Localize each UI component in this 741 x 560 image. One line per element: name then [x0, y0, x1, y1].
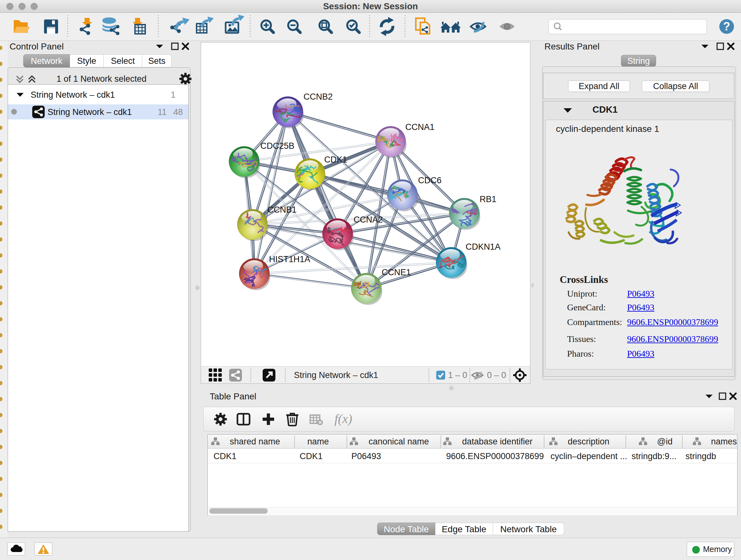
svg-text:String Network – cdk1: String Network – cdk1 [48, 107, 132, 117]
svg-text:name: name [307, 437, 329, 446]
svg-text:CDK1: CDK1 [324, 155, 347, 165]
svg-text:11: 11 [158, 107, 166, 117]
svg-text:CDC6: CDC6 [418, 176, 442, 185]
svg-text:48: 48 [173, 107, 183, 117]
svg-text:shared name: shared name [230, 437, 280, 446]
svg-text:1 – 0: 1 – 0 [448, 370, 467, 380]
svg-text:canonical name: canonical name [368, 437, 429, 446]
svg-text:0 – 0: 0 – 0 [487, 370, 506, 380]
svg-text:1: 1 [171, 90, 176, 100]
svg-text:CCNB1: CCNB1 [267, 205, 297, 214]
svg-text:CCNE1: CCNE1 [382, 267, 411, 277]
svg-text:namespace: namespace [711, 437, 737, 446]
svg-text:database identifier: database identifier [462, 437, 533, 446]
svg-text:CDKN1A: CDKN1A [466, 242, 501, 252]
svg-text:CCNB2: CCNB2 [304, 92, 333, 102]
svg-text:description: description [568, 437, 610, 446]
svg-text:RB1: RB1 [480, 194, 496, 204]
svg-text:CCNA1: CCNA1 [405, 122, 434, 132]
svg-text:CCNA2: CCNA2 [354, 215, 383, 225]
svg-text:?: ? [723, 20, 730, 33]
svg-text:CDC25B: CDC25B [260, 141, 294, 151]
svg-text:HIST1H1A: HIST1H1A [269, 254, 310, 264]
svg-text:f(x): f(x) [334, 412, 352, 426]
svg-text:@id: @id [657, 437, 672, 446]
svg-text:String Network – cdk1: String Network – cdk1 [294, 370, 378, 380]
svg-text:String Network – cdk1: String Network – cdk1 [30, 90, 115, 100]
